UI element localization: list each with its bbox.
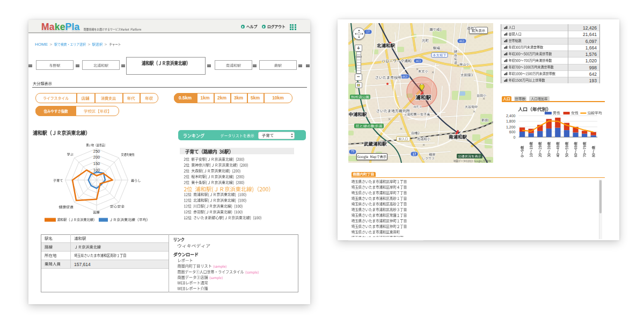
svg-text:100: 100 <box>93 168 100 173</box>
svg-text:200: 200 <box>93 155 100 160</box>
svg-text:250: 250 <box>93 149 100 154</box>
svg-text:150: 150 <box>93 161 100 166</box>
